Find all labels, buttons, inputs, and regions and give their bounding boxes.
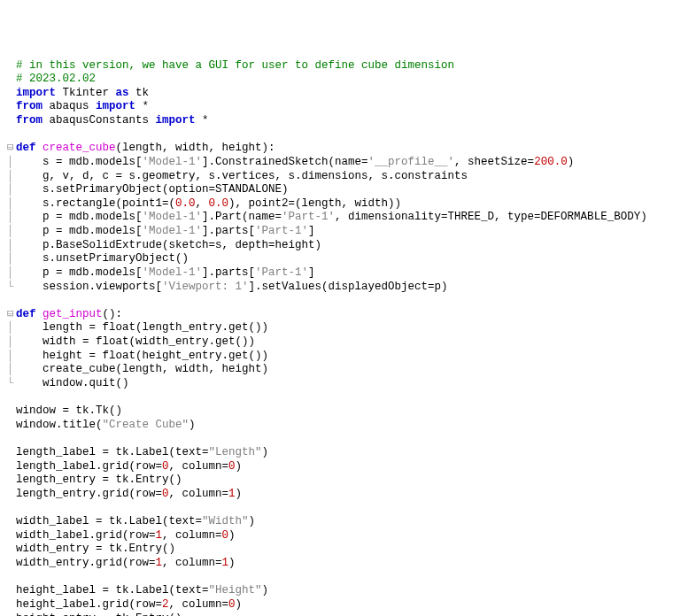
code-line[interactable]: │ p = mdb.models['Model-1'].parts['Part-… bbox=[7, 225, 666, 239]
fold-toggle-icon[interactable]: ⊟ bbox=[7, 308, 16, 322]
code-text: s.unsetPrimaryObject() bbox=[16, 252, 189, 265]
code-line[interactable] bbox=[7, 128, 666, 142]
code-text: # in this version, we have a GUI for use… bbox=[16, 59, 454, 72]
fold-gutter: │ bbox=[7, 363, 16, 377]
code-line[interactable]: width_entry.grid(row=1, column=1) bbox=[7, 557, 666, 571]
fold-gutter bbox=[7, 502, 16, 516]
code-text: length = float(length_entry.get()) bbox=[16, 321, 268, 334]
code-editor[interactable]: # in this version, we have a GUI for use… bbox=[7, 59, 666, 617]
code-text: import Tkinter as tk bbox=[16, 87, 149, 99]
code-text: length_label.grid(row=0, column=0) bbox=[16, 460, 242, 473]
code-line[interactable] bbox=[7, 294, 666, 308]
code-text: g, v, d, c = s.geometry, s.vertices, s.d… bbox=[16, 170, 468, 182]
fold-gutter bbox=[7, 488, 16, 502]
code-line[interactable]: │ length = float(length_entry.get()) bbox=[7, 321, 666, 335]
fold-gutter bbox=[7, 598, 16, 612]
fold-gutter bbox=[7, 391, 16, 405]
fold-gutter bbox=[7, 128, 16, 142]
code-text: p = mdb.models['Model-1'].Part(name='Par… bbox=[16, 211, 647, 223]
fold-gutter bbox=[7, 404, 16, 419]
fold-gutter: │ bbox=[7, 239, 16, 253]
code-text: length_label = tk.Label(text="Length") bbox=[16, 446, 268, 458]
code-line[interactable]: # in this version, we have a GUI for use… bbox=[7, 59, 666, 73]
code-text: width_entry.grid(row=1, column=1) bbox=[16, 557, 236, 569]
code-line[interactable]: height_label.grid(row=2, column=0) bbox=[7, 598, 666, 612]
fold-gutter bbox=[7, 446, 16, 460]
fold-toggle-icon[interactable]: ⊟ bbox=[7, 142, 16, 156]
fold-gutter bbox=[7, 515, 16, 529]
code-text: def get_input(): bbox=[16, 308, 122, 320]
code-line[interactable]: window.title("Create Cube") bbox=[7, 419, 666, 433]
fold-gutter bbox=[7, 294, 16, 308]
code-line[interactable]: height_entry = tk.Entry() bbox=[7, 612, 666, 617]
code-text: width_label.grid(row=1, column=0) bbox=[16, 529, 236, 542]
code-line[interactable]: │ s.unsetPrimaryObject() bbox=[7, 252, 666, 266]
code-line[interactable]: │ create_cube(length, width, height) bbox=[7, 363, 666, 377]
code-line[interactable]: width_entry = tk.Entry() bbox=[7, 543, 666, 557]
fold-gutter bbox=[7, 612, 16, 617]
code-line[interactable]: │ s = mdb.models['Model-1'].ConstrainedS… bbox=[7, 156, 666, 170]
code-line[interactable]: │ g, v, d, c = s.geometry, s.vertices, s… bbox=[7, 170, 666, 184]
code-line[interactable]: from abaqusConstants import * bbox=[7, 114, 666, 128]
code-line[interactable]: │ s.setPrimaryObject(option=STANDALONE) bbox=[7, 183, 666, 197]
code-line[interactable]: └ session.viewports['Viewport: 1'].setVa… bbox=[7, 281, 666, 295]
code-text: window.title("Create Cube") bbox=[16, 419, 196, 431]
code-text: def create_cube(length, width, height): bbox=[16, 142, 275, 154]
code-line[interactable] bbox=[7, 432, 666, 446]
fold-gutter bbox=[7, 474, 16, 488]
fold-gutter bbox=[7, 571, 16, 585]
code-line[interactable]: length_label = tk.Label(text="Length") bbox=[7, 446, 666, 460]
code-line[interactable] bbox=[7, 391, 666, 405]
code-text: create_cube(length, width, height) bbox=[16, 363, 268, 375]
code-line[interactable]: import Tkinter as tk bbox=[7, 87, 666, 101]
fold-gutter bbox=[7, 460, 16, 474]
code-text: width = float(width_entry.get()) bbox=[16, 335, 255, 348]
code-line[interactable]: │ height = float(height_entry.get()) bbox=[7, 350, 666, 364]
fold-gutter bbox=[7, 59, 16, 73]
fold-gutter bbox=[7, 419, 16, 433]
code-line[interactable]: width_label.grid(row=1, column=0) bbox=[7, 529, 666, 543]
code-line[interactable]: height_label = tk.Label(text="Height") bbox=[7, 584, 666, 598]
code-line[interactable]: length_entry.grid(row=0, column=1) bbox=[7, 488, 666, 502]
fold-gutter: │ bbox=[7, 183, 16, 197]
code-line[interactable]: └ window.quit() bbox=[7, 377, 666, 391]
code-text: height_label.grid(row=2, column=0) bbox=[16, 598, 242, 611]
code-line[interactable]: │ p.BaseSolidExtrude(sketch=s, depth=hei… bbox=[7, 239, 666, 253]
code-text: from abaqusConstants import * bbox=[16, 114, 209, 127]
fold-gutter bbox=[7, 584, 16, 598]
code-line[interactable] bbox=[7, 502, 666, 516]
code-line[interactable]: width_label = tk.Label(text="Width") bbox=[7, 515, 666, 529]
code-line[interactable]: from abaqus import * bbox=[7, 100, 666, 114]
code-line[interactable]: ⊟def get_input(): bbox=[7, 308, 666, 322]
code-line[interactable]: │ s.rectangle(point1=(0.0, 0.0), point2=… bbox=[7, 197, 666, 212]
code-text: s.setPrimaryObject(option=STANDALONE) bbox=[16, 183, 289, 196]
fold-gutter: │ bbox=[7, 211, 16, 225]
code-line[interactable]: # 2023.02.02 bbox=[7, 73, 666, 87]
code-text: width_entry = tk.Entry() bbox=[16, 543, 175, 555]
code-line[interactable] bbox=[7, 571, 666, 585]
code-line[interactable]: ⊟def create_cube(length, width, height): bbox=[7, 142, 666, 156]
code-text: s = mdb.models['Model-1'].ConstrainedSke… bbox=[16, 156, 574, 168]
fold-gutter: │ bbox=[7, 197, 16, 212]
code-text: window = tk.Tk() bbox=[16, 404, 122, 417]
code-line[interactable]: │ p = mdb.models['Model-1'].parts['Part-… bbox=[7, 266, 666, 281]
code-text: length_entry = tk.Entry() bbox=[16, 474, 182, 486]
code-text: window.quit() bbox=[16, 377, 129, 389]
fold-gutter: │ bbox=[7, 225, 16, 239]
code-text: from abaqus import * bbox=[16, 100, 149, 112]
code-text: length_entry.grid(row=0, column=1) bbox=[16, 488, 242, 500]
fold-gutter bbox=[7, 87, 16, 101]
code-line[interactable]: │ width = float(width_entry.get()) bbox=[7, 335, 666, 350]
code-text: p.BaseSolidExtrude(sketch=s, depth=heigh… bbox=[16, 239, 321, 251]
code-line[interactable]: length_entry = tk.Entry() bbox=[7, 474, 666, 488]
fold-gutter: └ bbox=[7, 281, 16, 295]
fold-gutter: │ bbox=[7, 350, 16, 364]
code-line[interactable]: │ p = mdb.models['Model-1'].Part(name='P… bbox=[7, 211, 666, 225]
code-text: s.rectangle(point1=(0.0, 0.0), point2=(l… bbox=[16, 197, 401, 210]
code-line[interactable]: length_label.grid(row=0, column=0) bbox=[7, 460, 666, 474]
fold-gutter bbox=[7, 100, 16, 114]
fold-gutter bbox=[7, 432, 16, 446]
code-text: # 2023.02.02 bbox=[16, 73, 96, 85]
fold-gutter bbox=[7, 73, 16, 87]
code-line[interactable]: window = tk.Tk() bbox=[7, 404, 666, 419]
